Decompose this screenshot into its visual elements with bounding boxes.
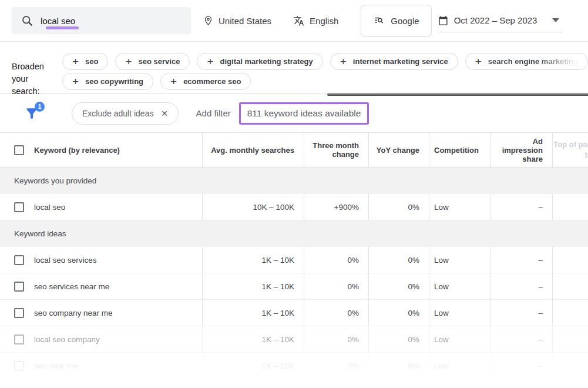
location-pin-icon bbox=[203, 15, 213, 26]
col-three-month-change[interactable]: Three month change bbox=[304, 133, 369, 167]
yoy-value: 0% bbox=[369, 300, 429, 326]
col-yoy-change[interactable]: YoY change bbox=[369, 133, 429, 167]
keyword-text: seo services near me bbox=[34, 282, 109, 291]
plus-icon: + bbox=[125, 56, 132, 67]
plus-icon: + bbox=[340, 56, 347, 67]
broaden-chip-seo-copywriting[interactable]: + seo copywriting bbox=[62, 73, 153, 90]
keyword-text: seo near me bbox=[34, 362, 78, 370]
broaden-chip-internet-marketing-service[interactable]: + internet marketing service bbox=[330, 53, 458, 70]
close-icon[interactable]: × bbox=[161, 108, 167, 119]
ad-impression-value: – bbox=[491, 194, 553, 220]
search-network-icon bbox=[373, 15, 385, 26]
search-input[interactable] bbox=[41, 16, 164, 26]
broaden-chip-ecommerce-seo[interactable]: + ecommerce seo bbox=[160, 73, 251, 90]
three-month-value: 0% bbox=[304, 247, 369, 273]
broaden-label: Broaden your search: bbox=[12, 53, 56, 93]
table-row[interactable]: local seo 10K – 100K +900% 0% Low – bbox=[0, 194, 588, 220]
table-header-row: Keyword (by relevance) Avg. monthly sear… bbox=[0, 132, 588, 168]
col-ad-impression-share[interactable]: Ad impression share bbox=[491, 133, 553, 167]
competition-value: Low bbox=[429, 194, 491, 220]
yoy-value: 0% bbox=[369, 247, 429, 273]
filter-bar: 1 Exclude adult ideas × Add filter 811 k… bbox=[0, 94, 588, 132]
competition-value: Low bbox=[429, 300, 491, 326]
avg-monthly-value: 1K – 10K bbox=[203, 300, 304, 326]
language-label: English bbox=[310, 16, 338, 26]
yoy-value: 0% bbox=[369, 353, 429, 379]
section-keywords-you-provided: Keywords you provided bbox=[0, 168, 588, 194]
plus-icon: + bbox=[170, 76, 177, 87]
broaden-chip-seo-service[interactable]: + seo service bbox=[115, 53, 190, 70]
table-row[interactable]: seo near me 1K – 10K 0% 0% Low – bbox=[0, 353, 588, 379]
row-checkbox[interactable] bbox=[14, 308, 24, 318]
chevron-down-icon bbox=[552, 18, 559, 22]
broaden-chip-digital-marketing-strategy[interactable]: + digital marketing strategy bbox=[197, 53, 322, 70]
keyword-text: local seo services bbox=[34, 256, 97, 265]
plus-icon: + bbox=[72, 56, 79, 67]
avg-monthly-value: 1K – 10K bbox=[203, 273, 304, 299]
table-row[interactable]: local seo company 1K – 10K 0% 0% Low – bbox=[0, 326, 588, 353]
calendar-icon bbox=[438, 15, 448, 26]
date-range-picker[interactable]: Oct 2022 – Sep 2023 bbox=[438, 15, 562, 32]
keyword-ideas-count: 811 keyword ideas available bbox=[239, 102, 369, 125]
broaden-chip-seo[interactable]: + seo bbox=[62, 53, 109, 70]
exclude-adult-ideas-chip[interactable]: Exclude adult ideas × bbox=[72, 102, 179, 125]
ad-impression-value: – bbox=[491, 326, 553, 352]
keyword-text: local seo bbox=[34, 203, 65, 212]
location-label: United States bbox=[219, 16, 271, 26]
top-toolbar: United States English Google Oct 2022 – … bbox=[0, 0, 588, 41]
row-checkbox[interactable] bbox=[14, 282, 24, 292]
table-row[interactable]: seo services near me 1K – 10K 0% 0% Low … bbox=[0, 273, 588, 300]
col-top-of-page-bid[interactable]: Top of page bid bbox=[553, 139, 588, 160]
filter-count-badge: 1 bbox=[35, 102, 45, 112]
select-all-checkbox[interactable] bbox=[14, 145, 24, 155]
row-checkbox[interactable] bbox=[14, 255, 24, 265]
translate-icon bbox=[293, 15, 304, 26]
col-avg-monthly-searches[interactable]: Avg. monthly searches bbox=[203, 133, 304, 167]
yoy-value: 0% bbox=[369, 326, 429, 352]
search-icon bbox=[21, 15, 33, 27]
ad-impression-value: – bbox=[491, 247, 553, 273]
plus-icon: + bbox=[72, 76, 79, 87]
yoy-value: 0% bbox=[369, 194, 429, 220]
row-checkbox[interactable] bbox=[14, 202, 24, 212]
ad-impression-value: – bbox=[491, 273, 553, 299]
row-checkbox[interactable] bbox=[14, 361, 24, 371]
row-checkbox[interactable] bbox=[14, 335, 24, 344]
avg-monthly-value: 1K – 10K bbox=[203, 247, 304, 273]
network-label: Google bbox=[391, 16, 419, 26]
search-network-button[interactable]: Google bbox=[361, 5, 431, 37]
ad-impression-value: – bbox=[491, 300, 553, 326]
avg-monthly-value: 1K – 10K bbox=[203, 326, 304, 352]
avg-monthly-value: 1K – 10K bbox=[203, 353, 304, 379]
three-month-value: +900% bbox=[304, 194, 369, 220]
three-month-value: 0% bbox=[304, 353, 369, 379]
yoy-value: 0% bbox=[369, 273, 429, 299]
plus-icon: + bbox=[207, 56, 213, 67]
keyword-search-box[interactable] bbox=[12, 7, 191, 34]
filter-button[interactable]: 1 bbox=[24, 106, 39, 121]
competition-value: Low bbox=[429, 353, 491, 379]
plus-icon: + bbox=[475, 56, 482, 67]
competition-value: Low bbox=[429, 247, 491, 273]
broaden-search-section: Broaden your search: + seo + seo service… bbox=[0, 41, 588, 94]
keyword-text: seo company near me bbox=[34, 309, 113, 317]
avg-monthly-value: 10K – 100K bbox=[203, 194, 304, 220]
competition-value: Low bbox=[429, 273, 491, 299]
col-competition[interactable]: Competition bbox=[429, 133, 491, 167]
location-selector[interactable]: United States bbox=[203, 15, 271, 26]
language-selector[interactable]: English bbox=[293, 15, 338, 26]
annotation-underline bbox=[46, 26, 79, 29]
keyword-text: local seo company bbox=[34, 335, 100, 344]
three-month-value: 0% bbox=[304, 273, 369, 299]
table-row[interactable]: local seo services 1K – 10K 0% 0% Low – bbox=[0, 247, 588, 273]
add-filter-button[interactable]: Add filter bbox=[196, 108, 231, 118]
date-range-label: Oct 2022 – Sep 2023 bbox=[454, 15, 537, 25]
competition-value: Low bbox=[429, 326, 491, 352]
horizontal-scrollbar[interactable] bbox=[327, 93, 588, 96]
table-row[interactable]: seo company near me 1K – 10K 0% 0% Low – bbox=[0, 300, 588, 326]
three-month-value: 0% bbox=[304, 300, 369, 326]
broaden-chip-search-engine-marketing[interactable]: + search engine marketing bbox=[465, 53, 588, 70]
ad-impression-value: – bbox=[491, 353, 553, 379]
section-keyword-ideas: Keyword ideas bbox=[0, 220, 588, 247]
col-keyword[interactable]: Keyword (by relevance) bbox=[34, 146, 120, 155]
